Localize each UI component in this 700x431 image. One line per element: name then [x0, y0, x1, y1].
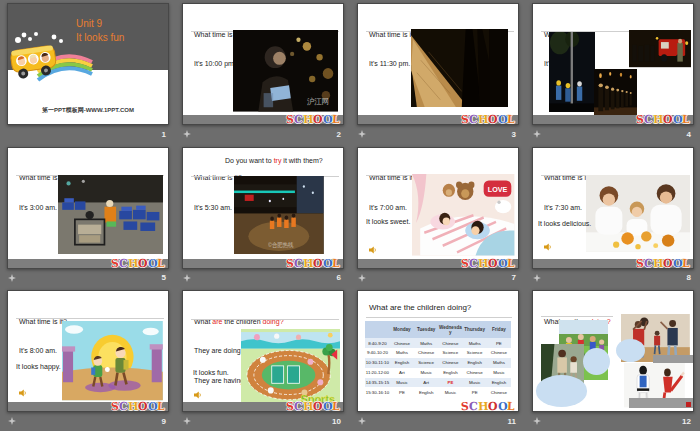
caption-text: It looks sweet. — [366, 218, 410, 225]
slide-12-thumbnail[interactable]: What are they doing? They are ...ing. — [532, 290, 694, 412]
school-logo: SCHOOL — [286, 401, 340, 412]
school-logo: SCHOOL — [636, 114, 690, 125]
slide-6-meta: 6 — [183, 271, 341, 285]
divider-line — [16, 318, 164, 319]
slide1-footer-url: 第一PPT模板网-WWW.1PPT.COM — [8, 106, 168, 115]
caption-text: It looks fun. — [193, 369, 229, 376]
slide-cell-2: What time is it? It's 10:00 pm. 沪江网 SCHO… — [175, 0, 350, 144]
slide-7-thumbnail[interactable]: What time is it? It's 7:00 am. LOVE — [357, 147, 519, 269]
answer-line: It's 7:30 am. — [544, 203, 592, 213]
slide-5-thumbnail[interactable]: What time is it? It's 3:00 am. — [7, 147, 169, 269]
slide-2-meta: 2 — [183, 127, 341, 141]
slide-3-thumbnail[interactable]: What time is it? It's 11:30 pm. SCHOOL — [357, 3, 519, 125]
school-logo: SCHOOL — [461, 114, 515, 125]
animation-star-icon — [358, 274, 366, 282]
slide-number: 3 — [512, 130, 516, 139]
school-logo: SCHOOL — [286, 258, 340, 269]
slide-number: 12 — [682, 417, 691, 426]
slide-8-meta: 8 — [533, 271, 691, 285]
school-logo: SCHOOL — [461, 258, 515, 269]
slide-cell-3: What time is it? It's 11:30 pm. SCHOOL 3 — [350, 0, 525, 144]
timetable-title: What are the children doing? — [369, 303, 471, 312]
kids-walking-illustration — [62, 321, 163, 400]
slide-6-thumbnail[interactable]: What time is it? It's 5:30 am. Do you wa… — [182, 147, 344, 269]
slide-2-thumbnail[interactable]: What time is it? It's 10:00 pm. 沪江网 SCHO… — [182, 3, 344, 125]
slide-8-thumbnail[interactable]: What time is it? It's 7:30 am. It looks … — [532, 147, 694, 269]
slide-sorter-grid: Unit 9 It looks fun 第一PPT模板网-WWW.1PPT.CO… — [0, 0, 700, 431]
slide-number: 1 — [162, 130, 166, 139]
school-logo: SCHOOL — [111, 258, 165, 269]
answer-line: It's 11:30 pm. — [369, 59, 417, 69]
gray-shape — [629, 398, 693, 408]
sleeping-kids-illustration: LOVE — [412, 174, 514, 256]
slide-9-meta: 9 — [8, 414, 166, 428]
slide-number: 11 — [508, 417, 516, 426]
slide-5-meta: 5 — [8, 271, 166, 285]
blue-circle-shape — [583, 348, 610, 376]
animation-star-icon — [8, 417, 16, 425]
slide-1-thumbnail[interactable]: Unit 9 It looks fun 第一PPT模板网-WWW.1PPT.CO… — [7, 3, 169, 125]
slide-11-thumbnail[interactable]: What are the children doing? MondayTuesd… — [357, 290, 519, 412]
slide-cell-6: What time is it? It's 5:30 am. Do you wa… — [175, 144, 350, 288]
slide1-title: Unit 9 It looks fun — [76, 17, 124, 44]
love-pillow-text: LOVE — [488, 185, 508, 194]
slide-12-meta: 12 — [533, 414, 691, 428]
slide-number: 4 — [687, 130, 691, 139]
slide-cell-12: What are they doing? They are ...ing. — [525, 287, 700, 431]
question-text: What time is it? It's 11:30 pm. — [369, 10, 417, 88]
answer-line: It's 8:00 am. — [19, 346, 67, 356]
animation-star-icon — [533, 417, 541, 425]
slide-number: 8 — [687, 273, 691, 282]
slide-7-meta: 7 — [358, 271, 516, 285]
divider-line — [541, 316, 613, 317]
gray-shape — [653, 355, 693, 363]
caption-text: It looks happy. — [16, 363, 61, 370]
animation-star-icon — [183, 130, 191, 138]
night-market-photo — [58, 175, 164, 254]
animation-star-icon — [358, 130, 366, 138]
blue-ellipse-shape — [616, 339, 645, 362]
school-logo: SCHOOL — [461, 401, 515, 412]
class-timetable: MondayTuesdayWednesdayThursdayFriday8:40… — [365, 321, 511, 397]
slide-number: 5 — [162, 273, 166, 282]
slide-number: 2 — [337, 130, 341, 139]
blue-ellipse-shape — [536, 375, 587, 406]
night-parade-photo — [594, 69, 637, 117]
unit-title-line1: Unit 9 — [76, 17, 124, 31]
slide-11-meta: 11 — [358, 414, 516, 428]
slide-number: 7 — [512, 273, 516, 282]
watermark-text: ©合肥热线 — [268, 242, 294, 250]
slide-number: 10 — [332, 417, 341, 426]
animation-star-icon — [183, 417, 191, 425]
slide-10-thumbnail[interactable]: What are the children doing? They are do… — [182, 290, 344, 412]
slide-cell-10: What are the children doing? They are do… — [175, 287, 350, 431]
answer-line: It's 7:00 am. — [369, 203, 417, 213]
sports-field-illustration: Sports — [241, 329, 340, 406]
slide-4-thumbnail[interactable]: What time is it? It's 12:45 am. — [532, 3, 694, 125]
school-logo: SCHOOL — [636, 258, 690, 269]
red-mark — [686, 402, 691, 407]
slide-9-thumbnail[interactable]: What time is it? It's 8:00 am. — [7, 290, 169, 412]
slide-3-meta: 3 — [358, 127, 516, 141]
overlay-question: Do you want to try it with them? — [225, 157, 323, 164]
overlay-part2: it with them? — [281, 157, 322, 164]
divider-line — [191, 319, 339, 320]
animation-star-icon — [183, 274, 191, 282]
speaker-icon — [369, 246, 377, 254]
slide-cell-7: What time is it? It's 7:00 am. LOVE — [350, 144, 525, 288]
slide-cell-4: What time is it? It's 12:45 am. — [525, 0, 700, 144]
animation-star-icon — [8, 274, 16, 282]
night-firetruck-photo — [629, 30, 691, 67]
slide-number: 9 — [162, 417, 166, 426]
caption-text: It looks delicious. — [538, 220, 591, 227]
slide-cell-9: What time is it? It's 8:00 am. — [0, 287, 175, 431]
slide-cell-8: What time is it? It's 7:30 am. It looks … — [525, 144, 700, 288]
slide-number: 6 — [337, 273, 341, 282]
animation-star-icon — [533, 130, 541, 138]
school-logo: SCHOOL — [111, 401, 165, 412]
slide-10-meta: 10 — [183, 414, 341, 428]
unit-title-line2: It looks fun — [76, 31, 124, 45]
slide-cell-5: What time is it? It's 3:00 am. — [0, 144, 175, 288]
night-workers-photo — [549, 32, 595, 112]
animation-star-icon — [358, 417, 366, 425]
